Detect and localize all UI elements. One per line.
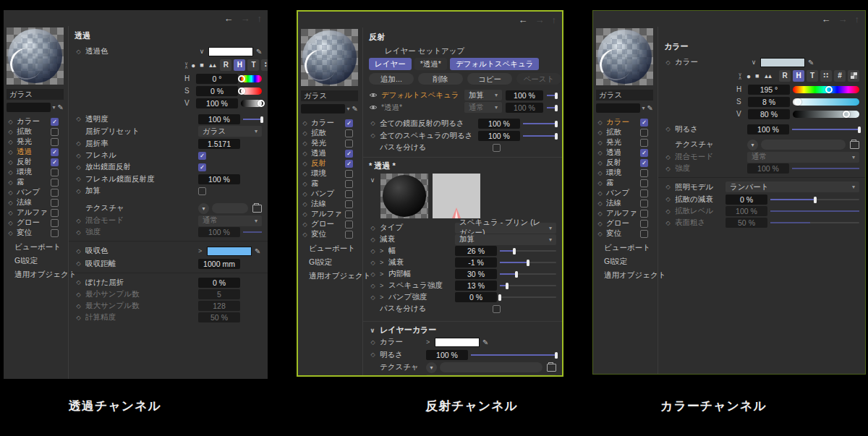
- sidebar-channel-item[interactable]: ◇ 変位: [596, 228, 658, 239]
- eye-visibility-icon[interactable]: [369, 104, 378, 111]
- mix-mode-dropdown[interactable]: 通常▾: [747, 152, 859, 163]
- image-mode-icon[interactable]: ▲▲: [763, 73, 770, 80]
- hue-value[interactable]: 0 °: [196, 74, 238, 84]
- fresnel-checkbox[interactable]: ✓: [198, 152, 206, 160]
- value-slider[interactable]: [241, 100, 262, 107]
- chevron-down-icon[interactable]: ∨: [750, 59, 757, 66]
- edit-pencil-icon[interactable]: ✎: [808, 59, 814, 67]
- absorption-color-swatch[interactable]: [207, 247, 252, 256]
- falloff-value[interactable]: -1 %: [455, 257, 497, 268]
- channel-checkbox[interactable]: [640, 230, 648, 238]
- strength-slider[interactable]: [243, 228, 262, 236]
- mix-mode-dropdown[interactable]: 通常▾: [426, 375, 556, 376]
- sidebar-channel-item[interactable]: ◇ 霧: [301, 179, 362, 189]
- rgb-mode-button[interactable]: R: [779, 70, 791, 82]
- collapse-arrows-icon[interactable]: ∨∧: [184, 61, 188, 69]
- layer-strength-value[interactable]: 100 %: [506, 103, 543, 113]
- roughness-slider[interactable]: [770, 219, 859, 226]
- channel-checkbox[interactable]: [51, 128, 59, 136]
- channel-checkbox[interactable]: [51, 179, 59, 187]
- forward-arrow-icon[interactable]: →: [535, 14, 545, 25]
- sidebar-channel-item[interactable]: ◇ 環境: [596, 168, 658, 178]
- sidebar-channel-item[interactable]: ◇ グロー: [301, 219, 362, 229]
- sidebar-section-link[interactable]: GI設定: [7, 255, 68, 265]
- hsv-mode-button[interactable]: H: [234, 59, 245, 71]
- channel-checkbox[interactable]: [640, 169, 648, 177]
- channel-checkbox[interactable]: [51, 199, 59, 207]
- hue-slider-handle[interactable]: [825, 86, 833, 93]
- sidebar-channel-item[interactable]: ◇ 透過 ✓: [596, 148, 658, 158]
- sidebar-channel-item[interactable]: ◇ 透過 ✓: [301, 148, 362, 158]
- specular-brightness-value[interactable]: 100 %: [478, 131, 520, 141]
- expand-icon[interactable]: >: [198, 247, 204, 255]
- inner-width-slider[interactable]: [500, 270, 556, 278]
- ior-value[interactable]: 1.5171: [198, 139, 240, 149]
- channel-checkbox[interactable]: ✓: [345, 119, 353, 127]
- diffuse-falloff-slider[interactable]: [770, 196, 859, 203]
- hsv-mode-button[interactable]: H: [793, 70, 804, 82]
- saturation-value[interactable]: 0 %: [196, 86, 238, 96]
- falloff-slider[interactable]: [500, 259, 556, 266]
- strength-value[interactable]: 100 %: [747, 163, 789, 174]
- hue-slider[interactable]: [241, 75, 262, 82]
- material-preview-sphere[interactable]: [596, 28, 653, 85]
- channel-checkbox[interactable]: ✓: [640, 119, 648, 127]
- edit-pencil-icon[interactable]: ✎: [352, 105, 358, 113]
- expand-icon[interactable]: >: [380, 259, 386, 266]
- texture-dropdown-button[interactable]: ▾: [747, 140, 758, 150]
- expand-icon[interactable]: >: [380, 270, 386, 278]
- channel-checkbox[interactable]: [51, 209, 59, 217]
- layer-preview-sphere[interactable]: [380, 174, 428, 218]
- accuracy-value[interactable]: 50 %: [198, 312, 240, 322]
- layer-action-button[interactable]: コピー: [467, 73, 512, 85]
- layer-color-section[interactable]: ∨ レイヤーカラー: [369, 325, 556, 335]
- hue-value[interactable]: 195 °: [748, 85, 790, 95]
- temperature-mode-button[interactable]: T: [807, 70, 818, 82]
- temperature-mode-button[interactable]: T: [247, 59, 259, 71]
- material-name-field[interactable]: ガラス: [301, 90, 358, 101]
- mix-mode-dropdown[interactable]: 通常▾: [198, 215, 262, 226]
- sidebar-channel-item[interactable]: ◇ バンプ: [7, 187, 68, 197]
- sidebar-channel-item[interactable]: ◇ 変位: [7, 228, 68, 238]
- value-slider-handle[interactable]: [843, 111, 850, 118]
- layer-tab[interactable]: *透過*: [414, 58, 447, 70]
- max-samples-value[interactable]: 128: [198, 301, 240, 311]
- brightness-slider[interactable]: [792, 126, 859, 133]
- layer-strength-value[interactable]: 100 %: [506, 90, 543, 101]
- expand-icon[interactable]: >: [380, 282, 386, 289]
- forward-arrow-icon[interactable]: →: [241, 13, 250, 24]
- channel-checkbox[interactable]: [640, 189, 648, 197]
- edit-pencil-icon[interactable]: ✎: [647, 104, 653, 112]
- hex-mode-button[interactable]: #: [834, 70, 846, 82]
- mixer-mode-icon[interactable]: ∷: [261, 59, 268, 71]
- width-slider[interactable]: [500, 247, 556, 255]
- back-arrow-icon[interactable]: ←: [519, 14, 528, 25]
- expand-icon[interactable]: >: [380, 294, 386, 301]
- edit-pencil-icon[interactable]: ✎: [58, 103, 64, 111]
- sidebar-channel-item[interactable]: ◇ カラー ✓: [596, 117, 658, 127]
- chevron-down-icon[interactable]: ▾: [347, 106, 350, 112]
- min-samples-value[interactable]: 5: [198, 289, 240, 299]
- brightness-slider[interactable]: [471, 351, 556, 359]
- back-arrow-icon[interactable]: ←: [822, 14, 831, 25]
- chevron-down-icon[interactable]: ▾: [53, 104, 56, 111]
- channel-checkbox[interactable]: [345, 180, 353, 188]
- brightness-value[interactable]: 100 %: [426, 350, 468, 360]
- channel-checkbox[interactable]: [345, 170, 353, 178]
- channel-checkbox[interactable]: ✓: [345, 150, 353, 158]
- saturation-slider[interactable]: [241, 87, 262, 95]
- specular-strength-slider[interactable]: [500, 282, 556, 289]
- separate-pass-checkbox[interactable]: [493, 144, 501, 152]
- layer-strength-slider[interactable]: [547, 92, 556, 99]
- layer-filter-input[interactable]: [301, 104, 345, 114]
- hue-slider[interactable]: [793, 86, 859, 93]
- edit-pencil-icon[interactable]: ✎: [482, 338, 488, 346]
- channel-checkbox[interactable]: [345, 231, 353, 239]
- chevron-down-icon[interactable]: ▾: [642, 105, 645, 111]
- sidebar-channel-item[interactable]: ◇ 法線: [7, 197, 68, 208]
- absorption-distance-value[interactable]: 1000 mm: [198, 259, 240, 269]
- sidebar-channel-item[interactable]: ◇ 反射 ✓: [596, 158, 658, 168]
- sidebar-section-link[interactable]: ビューポート: [301, 243, 362, 253]
- transparency-value[interactable]: 100 %: [198, 114, 240, 124]
- channel-checkbox[interactable]: [345, 190, 353, 198]
